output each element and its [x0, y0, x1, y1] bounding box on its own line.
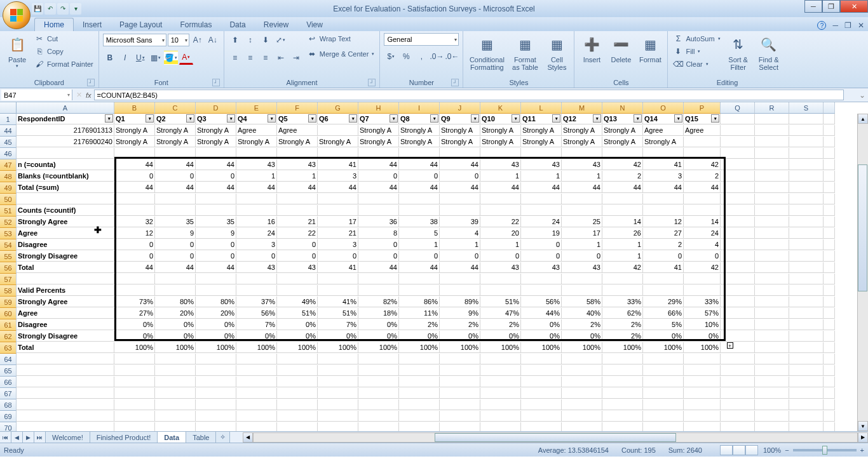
zoom-slider[interactable] — [793, 449, 857, 451]
save-icon[interactable]: 💾 — [32, 3, 43, 15]
close-button[interactable]: ✕ — [840, 0, 868, 13]
office-button[interactable] — [3, 1, 31, 29]
ribbon-tabs: Home Insert Page Layout Formulas Data Re… — [0, 17, 868, 31]
align-center-icon[interactable]: ≡ — [243, 51, 257, 65]
autosum-button[interactable]: ΣAutoSum — [672, 33, 721, 44]
first-sheet-icon[interactable]: ⏮ — [0, 432, 11, 443]
delete-cells-button[interactable]: ➖Delete — [607, 33, 634, 77]
new-sheet-icon[interactable]: ✧ — [216, 432, 230, 443]
format-as-table-button[interactable]: ▦Format as Table — [509, 33, 541, 77]
comma-format-icon[interactable]: , — [414, 50, 428, 63]
close-workbook-icon[interactable]: ✕ — [858, 21, 864, 30]
paste-button[interactable]: 📋Paste▾ — [4, 33, 31, 77]
fill-color-button[interactable]: 🪣 — [164, 51, 178, 65]
tab-home[interactable]: Home — [34, 18, 74, 31]
fill-handle-icon[interactable] — [727, 342, 733, 349]
find-select-button[interactable]: 🔍Find & Select — [755, 33, 783, 77]
restore-window-icon[interactable]: ❐ — [844, 21, 851, 30]
align-right-icon[interactable]: ≡ — [259, 51, 273, 65]
scroll-up-icon[interactable]: ▲ — [858, 114, 868, 124]
format-cells-button[interactable]: ▦Format — [637, 33, 663, 77]
sort-filter-button[interactable]: ⇅Sort & Filter — [724, 33, 752, 77]
tab-insert[interactable]: Insert — [74, 18, 111, 31]
scroll-left-icon[interactable]: ◀ — [243, 432, 253, 443]
prev-sheet-icon[interactable]: ◀ — [11, 432, 23, 443]
font-size-combo[interactable]: 10 — [168, 34, 189, 46]
dialog-launcher-icon[interactable]: ┘ — [368, 79, 376, 86]
insert-cells-button[interactable]: ➕Insert — [578, 33, 605, 77]
page-layout-view-icon[interactable] — [733, 445, 745, 455]
font-color-button[interactable]: A — [179, 51, 193, 65]
sheet-tab-finished[interactable]: Finished Product! — [90, 432, 158, 443]
vertical-scrollbar[interactable]: ▲ ▼ — [857, 114, 868, 431]
tab-review[interactable]: Review — [255, 18, 297, 31]
group-label: Clipboard — [34, 79, 64, 86]
zoom-out-icon[interactable]: − — [785, 446, 789, 454]
scroll-right-icon[interactable]: ▶ — [858, 432, 868, 443]
increase-decimal-icon[interactable]: .0→ — [430, 50, 444, 63]
italic-button[interactable]: I — [118, 51, 132, 65]
group-clipboard: 📋Paste▾ ✂Cut ⎘Copy 🖌Format Painter Clipb… — [0, 31, 99, 88]
next-sheet-icon[interactable]: ▶ — [23, 432, 34, 443]
cancel-formula-icon[interactable]: ✕ — [76, 91, 82, 99]
help-icon[interactable]: ? — [817, 21, 826, 30]
name-box[interactable]: B47 — [1, 90, 72, 100]
accounting-format-icon[interactable]: $ — [384, 50, 398, 63]
align-bottom-icon[interactable]: ⬇ — [259, 33, 273, 47]
zoom-level[interactable]: 100% — [763, 446, 781, 454]
qat-dropdown-icon[interactable]: ▾ — [70, 3, 81, 15]
dialog-launcher-icon[interactable]: ┘ — [212, 79, 220, 86]
normal-view-icon[interactable] — [720, 445, 733, 455]
increase-indent-icon[interactable]: ⇥ — [289, 51, 303, 65]
redo-icon[interactable]: ↷ — [57, 3, 69, 15]
font-name-combo[interactable]: Microsoft Sans — [103, 34, 166, 46]
horizontal-scrollbar[interactable] — [253, 432, 858, 443]
page-break-view-icon[interactable] — [745, 445, 758, 455]
expand-formula-bar-icon[interactable]: ⌄ — [857, 88, 868, 102]
scroll-down-icon[interactable]: ▼ — [858, 421, 868, 431]
format-painter-button[interactable]: 🖌Format Painter — [33, 58, 95, 70]
align-middle-icon[interactable]: ↕ — [243, 33, 257, 47]
copy-button[interactable]: ⎘Copy — [33, 46, 95, 57]
sheet-tab-welcome[interactable]: Welcome! — [46, 432, 90, 443]
conditional-formatting-button[interactable]: ▦Conditional Formatting — [467, 33, 506, 77]
dialog-launcher-icon[interactable]: ┘ — [87, 79, 95, 86]
undo-icon[interactable]: ↶ — [44, 3, 56, 15]
spreadsheet-grid[interactable]: ABCDEFGHIJKLMNOPQRS1RespondentID▾Q1▾Q2▾Q… — [0, 102, 868, 431]
decrease-decimal-icon[interactable]: .0← — [445, 50, 459, 63]
minimize-button[interactable]: ─ — [804, 0, 822, 13]
underline-button[interactable]: U — [133, 51, 147, 65]
sheet-tab-data[interactable]: Data — [158, 432, 186, 443]
fill-button[interactable]: ⬇Fill — [672, 46, 721, 57]
clear-button[interactable]: ⌫Clear — [672, 58, 721, 70]
bold-button[interactable]: B — [103, 51, 117, 65]
orientation-icon[interactable]: ⤢ — [274, 33, 288, 47]
dialog-launcher-icon[interactable]: ┘ — [451, 79, 459, 86]
wrap-text-button[interactable]: ↩Wrap Text — [306, 33, 376, 44]
tab-data[interactable]: Data — [220, 18, 254, 31]
decrease-indent-icon[interactable]: ⇤ — [274, 51, 288, 65]
sheet-tab-table[interactable]: Table — [186, 432, 216, 443]
maximize-button[interactable]: ❐ — [822, 0, 840, 13]
align-top-icon[interactable]: ⬆ — [228, 33, 242, 47]
cut-button[interactable]: ✂Cut — [33, 33, 95, 44]
cell-styles-button[interactable]: ▦Cell Styles — [543, 33, 570, 77]
fx-icon[interactable]: fx — [86, 91, 92, 99]
percent-format-icon[interactable]: % — [399, 50, 413, 63]
grow-font-icon[interactable]: A↑ — [191, 33, 205, 47]
minimize-ribbon-icon[interactable]: ─ — [832, 21, 838, 30]
last-sheet-icon[interactable]: ⏭ — [34, 432, 46, 443]
border-button[interactable]: ▦ — [149, 51, 163, 65]
number-format-combo[interactable]: General — [384, 33, 459, 46]
group-font: Microsoft Sans 10 A↑ A↓ B I U ▦ 🪣 A Font… — [99, 31, 224, 88]
scroll-thumb[interactable] — [435, 433, 676, 442]
tab-page-layout[interactable]: Page Layout — [111, 18, 171, 31]
zoom-in-icon[interactable]: + — [860, 446, 864, 454]
shrink-font-icon[interactable]: A↓ — [206, 33, 220, 47]
formula-bar[interactable]: =COUNTA(B2:B45) — [94, 90, 844, 100]
tab-formulas[interactable]: Formulas — [171, 18, 220, 31]
tab-view[interactable]: View — [297, 18, 332, 31]
scroll-thumb[interactable] — [858, 164, 867, 291]
merge-center-button[interactable]: ⬌Merge & Center — [306, 48, 376, 60]
align-left-icon[interactable]: ≡ — [228, 51, 242, 65]
